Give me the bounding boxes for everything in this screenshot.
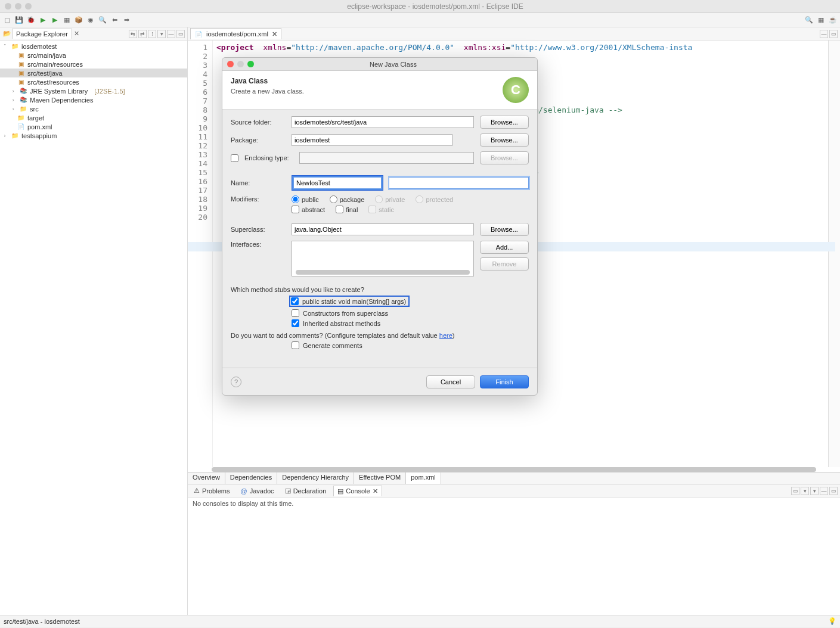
minimize-window-icon[interactable] (15, 3, 21, 10)
line-gutter: 1234567891011121314151617181920 (188, 41, 213, 467)
class-name-input[interactable] (293, 177, 382, 189)
tree-target[interactable]: target (27, 114, 44, 122)
tab-effective-pom[interactable]: Effective POM (354, 472, 406, 484)
package-folder-icon: ▣ (17, 51, 25, 60)
tab-pomxml[interactable]: pom.xml (406, 472, 441, 484)
check-generate-comments[interactable] (292, 341, 299, 349)
check-constructors-stub[interactable] (292, 309, 299, 317)
check-abstract[interactable]: abstract (292, 206, 325, 213)
package-explorer-icon: 📂 (2, 29, 12, 39)
overview-ruler[interactable] (828, 41, 840, 467)
package-explorer-view: 📂 Package Explorer ✕ ⇆ ⇄ ⁝ ▾ — ▭ ˅📁iosde… (0, 27, 188, 615)
configure-templates-link[interactable]: here (439, 332, 452, 339)
add-interface-button[interactable]: Add... (480, 241, 529, 254)
tree-srctestjava[interactable]: src/test/java (27, 70, 63, 77)
minimize-view-icon[interactable]: — (820, 487, 828, 495)
interfaces-list[interactable] (292, 241, 474, 276)
class-name-input-ext[interactable] (389, 177, 529, 189)
tree-srcmainres[interactable]: src/main/resources (27, 61, 83, 68)
maximize-view-icon[interactable]: ▭ (176, 30, 185, 38)
browse-package-button[interactable]: Browse... (480, 133, 529, 147)
collapse-all-icon[interactable]: ⇆ (129, 30, 137, 38)
package-folder-icon: ▣ (17, 69, 25, 77)
project-icon: 📁 (11, 132, 19, 140)
tree-project[interactable]: iosdemotest (21, 43, 57, 50)
tree-pom[interactable]: pom.xml (27, 123, 52, 130)
name-highlight-box (292, 175, 383, 191)
radio-public[interactable]: public (292, 195, 319, 203)
new-icon[interactable]: ▢ (2, 15, 12, 25)
check-final[interactable]: final (336, 206, 358, 213)
minimize-view-icon[interactable]: — (167, 30, 175, 38)
display-console-icon[interactable]: ▾ (801, 487, 809, 495)
tree-src[interactable]: src (30, 105, 39, 113)
tab-console[interactable]: ▤Console✕ (333, 486, 382, 496)
window-titlebar: eclipse-workspace - iosdemotest/pom.xml … (0, 0, 840, 13)
finish-button[interactable]: Finish (480, 375, 529, 388)
tree-srctestres[interactable]: src/test/resources (27, 79, 79, 86)
open-console-icon[interactable]: ▾ (810, 487, 819, 495)
tree-srcmainjava[interactable]: src/main/java (27, 52, 66, 59)
editor-h-scrollbar[interactable] (212, 467, 816, 472)
interfaces-h-scrollbar[interactable] (296, 270, 470, 275)
tab-problems[interactable]: ⚠Problems (190, 486, 233, 496)
tab-declaration[interactable]: ◲Declaration (281, 486, 330, 496)
source-folder-input[interactable] (292, 116, 474, 128)
dialog-zoom-icon[interactable] (247, 61, 254, 67)
tab-dependencies[interactable]: Dependencies (225, 472, 277, 484)
tab-overview[interactable]: Overview (188, 472, 225, 484)
nav-back-icon[interactable]: ⬅ (110, 15, 119, 25)
run-last-icon[interactable]: ▶ (50, 15, 60, 25)
view-menu-icon[interactable]: ▾ (157, 30, 166, 38)
check-inherited-stub[interactable] (292, 319, 299, 327)
zoom-window-icon[interactable] (25, 3, 32, 10)
editor-tab-pom[interactable]: 📄 iosdemotest/pom.xml ✕ (190, 28, 281, 39)
nav-fwd-icon[interactable]: ➡ (122, 15, 131, 25)
pin-console-icon[interactable]: ▭ (791, 487, 799, 495)
debug-icon[interactable]: 🐞 (26, 15, 36, 25)
project-tree[interactable]: ˅📁iosdemotest ▣src/main/java ▣src/main/r… (0, 41, 187, 615)
new-package-icon[interactable]: 📦 (74, 15, 83, 25)
enclosing-type-label: Enclosing type: (244, 154, 293, 161)
window-title: eclipse-workspace - iosdemotest/pom.xml … (35, 2, 835, 11)
at-icon: @ (240, 487, 247, 495)
tree-testsappium[interactable]: testsappium (21, 132, 57, 139)
minimize-editor-icon[interactable]: — (820, 30, 828, 38)
tip-icon[interactable]: 💡 (828, 617, 836, 625)
quick-access-search-icon[interactable]: 🔍 (804, 15, 814, 25)
package-input[interactable] (292, 134, 452, 146)
link-editor-icon[interactable]: ⇄ (138, 30, 147, 38)
tab-javadoc[interactable]: @Javadoc (237, 486, 277, 496)
modifiers-label: Modifiers: (231, 195, 286, 203)
save-icon[interactable]: 💾 (14, 15, 24, 25)
tree-maven[interactable]: Maven Dependencies (30, 97, 93, 104)
enclosing-type-checkbox[interactable] (231, 154, 238, 162)
help-icon[interactable]: ? (231, 377, 241, 387)
tree-jre[interactable]: JRE System Library (30, 88, 88, 95)
cancel-button[interactable]: Cancel (426, 375, 475, 388)
radio-package[interactable]: package (330, 195, 365, 203)
maximize-view-icon[interactable]: ▭ (829, 487, 838, 495)
search-icon[interactable]: 🔍 (98, 15, 107, 25)
close-window-icon[interactable] (5, 3, 11, 10)
radio-protected: protected (416, 195, 453, 203)
browse-source-button[interactable]: Browse... (480, 116, 529, 129)
browse-superclass-button[interactable]: Browse... (480, 223, 529, 236)
focus-icon[interactable]: ⁝ (148, 30, 156, 38)
java-perspective-icon[interactable]: ☕ (828, 15, 838, 25)
close-view-icon[interactable]: ✕ (72, 29, 82, 39)
coverage-icon[interactable]: ▦ (62, 15, 72, 25)
status-text: src/test/java - iosdemotest (4, 618, 80, 625)
xml-file-icon: 📄 (17, 123, 25, 131)
close-view-icon[interactable]: ✕ (373, 487, 378, 495)
dialog-close-icon[interactable] (227, 61, 234, 67)
run-icon[interactable]: ▶ (38, 15, 48, 25)
tab-dep-hierarchy[interactable]: Dependency Hierarchy (277, 472, 354, 484)
maximize-editor-icon[interactable]: ▭ (829, 30, 838, 38)
close-tab-icon[interactable]: ✕ (272, 30, 277, 38)
perspective-icon[interactable]: ▦ (816, 15, 826, 25)
open-type-icon[interactable]: ◉ (86, 15, 95, 25)
superclass-input[interactable] (292, 223, 474, 235)
package-explorer-tab[interactable]: Package Explorer (12, 29, 72, 39)
check-main-stub[interactable] (291, 297, 299, 305)
